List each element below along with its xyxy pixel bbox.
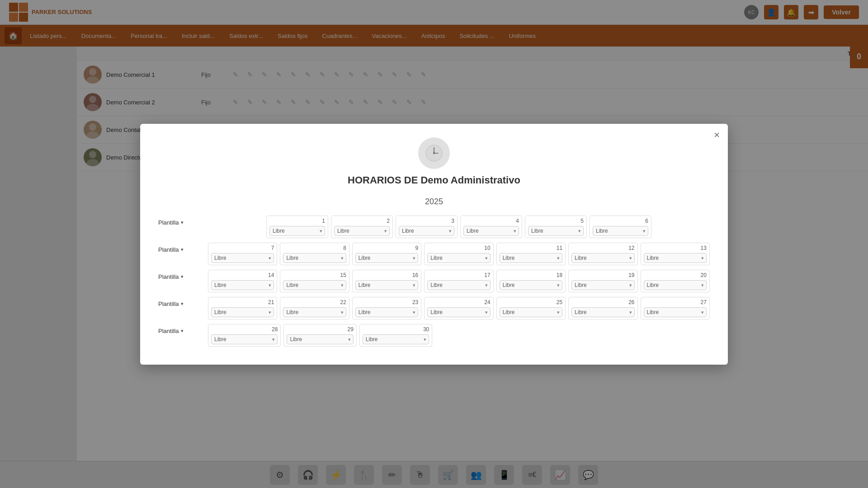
day-cell: 8Libre xyxy=(280,243,349,265)
schedule-select-wrapper: Libre xyxy=(355,253,418,263)
schedule-select-wrapper: Libre xyxy=(500,307,562,317)
schedule-select[interactable]: Libre xyxy=(427,280,490,290)
schedule-select[interactable]: Libre xyxy=(355,307,418,317)
plantilla-caret-icon: ▾ xyxy=(181,220,184,225)
day-number: 20 xyxy=(644,272,707,278)
plantilla-text: Plantilla xyxy=(158,273,179,280)
schedule-select-wrapper: Libre xyxy=(287,334,353,344)
plantilla-label[interactable]: Plantilla ▾ xyxy=(158,216,208,226)
schedule-select[interactable]: Libre xyxy=(283,280,346,290)
plantilla-caret-icon: ▾ xyxy=(181,328,184,334)
day-cell: 5Libre xyxy=(525,216,587,238)
schedule-select-wrapper: Libre xyxy=(644,280,707,290)
schedule-select[interactable]: Libre xyxy=(500,253,562,263)
schedule-select-wrapper: Libre xyxy=(427,280,490,290)
schedule-select[interactable]: Libre xyxy=(571,253,634,263)
day-number: 14 xyxy=(211,272,274,278)
schedule-select[interactable]: Libre xyxy=(399,226,454,236)
day-number: 28 xyxy=(211,326,278,333)
schedule-select[interactable]: Libre xyxy=(355,280,418,290)
calendar-row: Plantilla ▾28Libre29Libre30Libre xyxy=(158,324,710,347)
schedule-select[interactable]: Libre xyxy=(211,280,274,290)
schedule-select-wrapper: Libre xyxy=(571,307,634,317)
modal-overlay: × HORARIOS DE Demo Administrativo 2025 P… xyxy=(0,0,868,488)
day-number: 13 xyxy=(644,245,707,251)
plantilla-label[interactable]: Plantilla ▾ xyxy=(158,270,208,280)
day-number: 7 xyxy=(211,245,274,251)
schedule-select[interactable]: Libre xyxy=(283,307,346,317)
day-cell: 17Libre xyxy=(424,270,493,292)
schedule-select[interactable]: Libre xyxy=(427,307,490,317)
schedule-select[interactable]: Libre xyxy=(211,307,274,317)
schedule-select[interactable]: Libre xyxy=(363,334,429,344)
calendar-grid: Plantilla ▾1Libre2Libre3Libre4Libre5Libr… xyxy=(158,216,710,347)
day-number: 26 xyxy=(571,299,634,305)
day-number: 19 xyxy=(571,272,634,278)
modal-title: HORARIOS DE Demo Administrativo xyxy=(158,174,710,186)
plantilla-label[interactable]: Plantilla ▾ xyxy=(158,297,208,307)
schedule-select[interactable]: Libre xyxy=(500,280,562,290)
schedule-select[interactable]: Libre xyxy=(500,307,562,317)
schedule-select-wrapper: Libre xyxy=(571,280,634,290)
schedule-select[interactable]: Libre xyxy=(287,334,353,344)
day-number: 27 xyxy=(644,299,707,305)
day-cell: 20Libre xyxy=(641,270,710,292)
day-number: 9 xyxy=(355,245,418,251)
day-cell: 19Libre xyxy=(568,270,637,292)
day-cells: 28Libre29Libre30Libre xyxy=(208,324,710,347)
modal-dialog: × HORARIOS DE Demo Administrativo 2025 P… xyxy=(140,124,728,365)
schedule-select[interactable]: Libre xyxy=(334,226,390,236)
schedule-select-wrapper: Libre xyxy=(427,253,490,263)
day-number: 22 xyxy=(283,299,346,305)
schedule-select[interactable]: Libre xyxy=(571,280,634,290)
schedule-select-wrapper: Libre xyxy=(427,307,490,317)
schedule-select[interactable]: Libre xyxy=(571,307,634,317)
day-cell: 13Libre xyxy=(641,243,710,265)
schedule-select[interactable]: Libre xyxy=(528,226,584,236)
schedule-select[interactable]: Libre xyxy=(644,307,707,317)
clock-icon xyxy=(418,137,450,169)
plantilla-label[interactable]: Plantilla ▾ xyxy=(158,324,208,334)
schedule-select[interactable]: Libre xyxy=(644,280,707,290)
plantilla-label[interactable]: Plantilla ▾ xyxy=(158,243,208,253)
plantilla-text: Plantilla xyxy=(158,246,179,253)
schedule-select[interactable]: Libre xyxy=(593,226,648,236)
schedule-select-wrapper: Libre xyxy=(355,280,418,290)
day-cell: 27Libre xyxy=(641,297,710,319)
day-number: 24 xyxy=(427,299,490,305)
schedule-select-wrapper: Libre xyxy=(283,253,346,263)
modal-close-button[interactable]: × xyxy=(714,130,720,140)
day-cell: 28Libre xyxy=(208,324,281,347)
schedule-select[interactable]: Libre xyxy=(269,226,325,236)
day-cells: 7Libre8Libre9Libre10Libre11Libre12Libre1… xyxy=(208,243,710,265)
modal-clock-area xyxy=(158,137,710,169)
schedule-select[interactable]: Libre xyxy=(355,253,418,263)
plantilla-text: Plantilla xyxy=(158,219,179,226)
day-number: 3 xyxy=(399,218,454,224)
schedule-select-wrapper: Libre xyxy=(463,226,519,236)
schedule-select-wrapper: Libre xyxy=(211,280,274,290)
plantilla-text: Plantilla xyxy=(158,328,179,334)
schedule-select[interactable]: Libre xyxy=(283,253,346,263)
calendar-row: Plantilla ▾1Libre2Libre3Libre4Libre5Libr… xyxy=(158,216,710,238)
schedule-select[interactable]: Libre xyxy=(427,253,490,263)
day-cell: 1Libre xyxy=(266,216,328,238)
day-number: 23 xyxy=(355,299,418,305)
schedule-select-wrapper: Libre xyxy=(211,253,274,263)
schedule-select[interactable]: Libre xyxy=(211,253,274,263)
schedule-select-wrapper: Libre xyxy=(571,253,634,263)
svg-point-15 xyxy=(433,152,435,154)
schedule-select-wrapper: Libre xyxy=(399,226,454,236)
plantilla-caret-icon: ▾ xyxy=(181,274,184,280)
day-number: 30 xyxy=(363,326,429,333)
day-number: 17 xyxy=(427,272,490,278)
schedule-select[interactable]: Libre xyxy=(211,334,278,344)
schedule-select[interactable]: Libre xyxy=(463,226,519,236)
day-number: 6 xyxy=(593,218,648,224)
day-cells: 14Libre15Libre16Libre17Libre18Libre19Lib… xyxy=(208,270,710,292)
schedule-select-wrapper: Libre xyxy=(283,280,346,290)
year-label: 2025 xyxy=(158,197,710,206)
day-cell: 6Libre xyxy=(590,216,651,238)
plantilla-caret-icon: ▾ xyxy=(181,247,184,253)
schedule-select[interactable]: Libre xyxy=(644,253,707,263)
